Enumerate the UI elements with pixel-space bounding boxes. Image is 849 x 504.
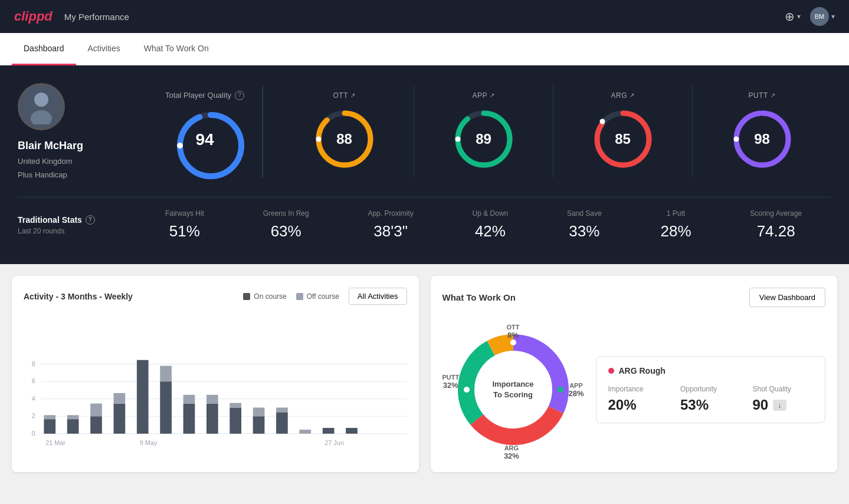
all-activities-button[interactable]: All Activities <box>349 288 407 305</box>
work-on-title: What To Work On <box>442 292 516 302</box>
legend-off-course: Off course <box>296 292 339 301</box>
svg-rect-50 <box>346 428 358 434</box>
stats-row: Traditional Stats ? Last 20 rounds Fairw… <box>18 197 831 241</box>
putt-label: PUTT 32% <box>442 374 460 390</box>
app-value: 89 <box>476 131 491 147</box>
putt-value: 98 <box>754 131 770 147</box>
bottom-section: Activity - 3 Months - Weekly On course O… <box>0 264 849 484</box>
stat-oneputt: 1 Putt 28% <box>660 209 691 241</box>
player-info: Blair McHarg United Kingdom Plus Handica… <box>18 83 147 179</box>
svg-text:2: 2 <box>32 412 35 419</box>
svg-text:21 Mar: 21 Mar <box>45 439 65 446</box>
svg-rect-32 <box>90 404 102 417</box>
bar-chart-area: 0 2 4 6 8 <box>24 317 407 446</box>
chart-title: Activity - 3 Months - Weekly <box>24 292 133 301</box>
total-quality-gauge: 94 <box>172 107 237 172</box>
svg-text:8: 8 <box>32 360 35 367</box>
svg-rect-49 <box>323 428 335 434</box>
total-quality-help-icon[interactable]: ? <box>235 91 244 100</box>
svg-rect-46 <box>276 412 288 433</box>
header-left: clippd My Performance <box>14 9 129 24</box>
svg-rect-30 <box>67 415 79 419</box>
stats-subtitle: Last 20 rounds <box>18 227 136 235</box>
svg-rect-27 <box>44 419 55 434</box>
svg-rect-37 <box>160 366 172 382</box>
svg-point-59 <box>510 340 516 345</box>
stats-label-group: Traditional Stats ? Last 20 rounds <box>18 215 136 235</box>
app-gauge: 89 <box>451 107 516 172</box>
svg-rect-43 <box>230 403 241 408</box>
work-on-content: ImportanceTo Scoring OTT 8% APP 28% ARG … <box>442 319 826 460</box>
info-metric-opportunity: Opportunity 53% <box>680 385 741 413</box>
svg-rect-42 <box>230 407 241 433</box>
svg-rect-41 <box>206 395 218 404</box>
svg-rect-33 <box>114 404 126 434</box>
info-metric-importance: Importance 20% <box>608 385 669 413</box>
metric-ott: OTT ↗ 88 <box>275 85 414 177</box>
user-avatar-button[interactable]: BM ▾ <box>810 7 835 26</box>
stats-title: Traditional Stats ? <box>18 215 136 225</box>
what-to-work-on-card: What To Work On View Dashboard <box>431 276 838 472</box>
shot-quality-badge: ↓ <box>773 400 786 411</box>
ott-gauge: 88 <box>312 107 377 172</box>
total-quality-label: Total Player Quality ? <box>165 91 244 100</box>
svg-point-0 <box>34 93 48 107</box>
info-card-header: ARG Rough <box>608 366 814 375</box>
svg-rect-40 <box>206 404 218 434</box>
svg-point-61 <box>510 434 516 440</box>
svg-text:0: 0 <box>32 430 35 437</box>
svg-rect-36 <box>160 381 172 434</box>
ott-label: OTT 8% <box>507 324 520 340</box>
svg-rect-48 <box>299 430 311 434</box>
chart-header: Activity - 3 Months - Weekly On course O… <box>24 288 407 305</box>
stat-sandsave: Sand Save 33% <box>567 209 602 241</box>
arg-gauge: 85 <box>591 107 655 172</box>
stats-help-icon[interactable]: ? <box>86 215 95 225</box>
tab-dashboard[interactable]: Dashboard <box>12 33 76 65</box>
app-label: APP 28% <box>568 382 584 398</box>
donut-chart: ImportanceTo Scoring OTT 8% APP 28% ARG … <box>442 319 584 460</box>
svg-rect-44 <box>253 416 265 434</box>
player-avatar <box>18 83 65 130</box>
svg-point-62 <box>464 387 470 393</box>
putt-gauge: 98 <box>730 107 795 172</box>
metric-app: APP ↗ 89 <box>414 85 553 177</box>
info-metric-shot-quality: Shot Quality 90 ↓ <box>753 385 814 413</box>
metrics-row: OTT ↗ 88 APP ↗ <box>263 85 831 177</box>
svg-rect-31 <box>90 416 102 434</box>
svg-rect-45 <box>253 407 265 416</box>
add-icon[interactable]: ⊕ ▾ <box>785 9 801 24</box>
svg-rect-38 <box>183 404 195 434</box>
tab-activities[interactable]: Activities <box>76 33 132 65</box>
logo: clippd <box>14 9 53 24</box>
hero-section: Blair McHarg United Kingdom Plus Handica… <box>0 65 849 264</box>
bar-chart-svg: 0 2 4 6 8 <box>24 317 407 458</box>
header-right: ⊕ ▾ BM ▾ <box>785 7 835 26</box>
view-dashboard-button[interactable]: View Dashboard <box>749 288 825 307</box>
activity-chart-card: Activity - 3 Months - Weekly On course O… <box>12 276 419 472</box>
svg-rect-29 <box>67 419 79 434</box>
header: clippd My Performance ⊕ ▾ BM ▾ <box>0 0 849 33</box>
player-name: Blair McHarg <box>18 140 83 152</box>
stat-scoring: Scoring Average 74.28 <box>750 209 802 241</box>
total-quality-value: 94 <box>195 130 214 149</box>
svg-text:4: 4 <box>32 395 35 402</box>
player-metrics-row: Blair McHarg United Kingdom Plus Handica… <box>18 83 831 179</box>
total-quality-section: Total Player Quality ? 94 <box>147 85 263 178</box>
svg-text:9 May: 9 May <box>140 439 158 446</box>
player-country: United Kingdom <box>18 157 73 166</box>
svg-rect-35 <box>137 360 149 434</box>
chart-legend: On course Off course <box>243 292 339 301</box>
work-on-header: What To Work On View Dashboard <box>442 288 826 307</box>
stat-greens: Greens In Reg 63% <box>263 209 309 241</box>
svg-point-1 <box>31 110 52 124</box>
svg-rect-34 <box>114 393 126 404</box>
svg-text:6: 6 <box>32 377 35 384</box>
svg-rect-28 <box>44 415 55 419</box>
header-title: My Performance <box>64 12 129 22</box>
info-metrics: Importance 20% Opportunity 53% Shot Qual… <box>608 385 814 413</box>
tab-what-to-work-on[interactable]: What To Work On <box>132 33 221 65</box>
svg-point-60 <box>558 387 563 393</box>
avatar: BM <box>810 7 829 26</box>
nav-tabs: Dashboard Activities What To Work On <box>0 33 849 65</box>
